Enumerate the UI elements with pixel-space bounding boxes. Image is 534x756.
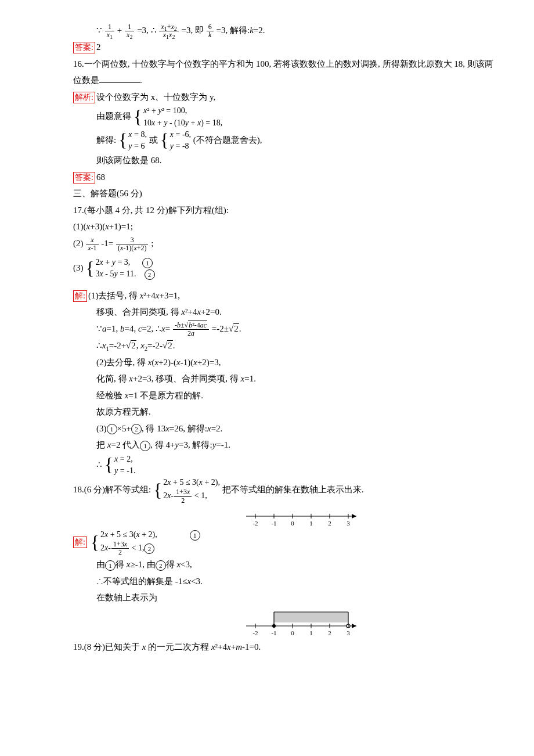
q17-solution: 解:(1)去括号, 得 x²+4x+3=1,	[73, 287, 498, 304]
text: ∵	[96, 26, 102, 35]
frac-x-over-xm1: xx-1	[86, 236, 98, 252]
text: +	[117, 26, 122, 35]
q17-p3: (3) { 2x + y = 3, 1 3x - 5y = 11. 2	[73, 257, 498, 280]
q17-number: 17.	[73, 206, 84, 215]
text: =3, 即	[182, 26, 204, 35]
sol1b: y = 6	[128, 141, 147, 152]
svg-text:0: 0	[291, 629, 294, 636]
svg-marker-1	[352, 514, 356, 519]
frac-rhs: 3(x-1)(x+2)	[116, 236, 148, 252]
circled-1-icon: 1	[107, 424, 117, 434]
quadratic-formula: -b±b²-4ac 2a	[173, 322, 209, 337]
sol1: { x = 8, y = 6	[118, 129, 147, 153]
text: =3, ∴	[137, 26, 156, 35]
s2b: 化简, 得 x+2=3, 移项、合并同类项, 得 x=1.	[73, 370, 498, 387]
circled-2-icon: 2	[131, 424, 142, 434]
ineq1: 2x + 5 ≤ 3(x + 2),	[163, 477, 220, 488]
ineq2-lbl: 2x-1+3x2 < 1,2	[100, 541, 200, 556]
svg-text:-2: -2	[252, 520, 258, 527]
s1b: 移项、合并同类项, 得 x²+4x+2=0.	[73, 304, 498, 321]
sqrt-icon: b²-4ac	[185, 322, 208, 329]
q16-analysis-row: 解析:设个位数字为 x、十位数字为 y,	[73, 89, 498, 106]
q19-number: 19.	[73, 642, 84, 651]
svg-marker-19	[352, 624, 356, 628]
circled-2-icon: 2	[145, 269, 155, 280]
q17-stem: 17.(每小题 4 分, 共 12 分)解下列方程(组):	[73, 202, 498, 219]
eq1: x² + y² = 100,	[143, 105, 222, 117]
ineq1-lbl: 2x + 5 ≤ 3(x + 2), 1	[100, 529, 200, 541]
q16-number: 16.	[73, 59, 84, 69]
frac-1-over-x1: 1x1	[105, 23, 114, 39]
eq-intro: 由题意得	[96, 111, 131, 121]
section3-heading: 三、解答题(56 分)	[73, 185, 498, 202]
q15-work: ∵ 1x1 + 1x2 =3, ∴ x1+x2x1x2 =3, 即 6k =3,…	[73, 22, 498, 39]
q18-s1: 由1得 x≥-1, 由2得 x<3,	[73, 556, 498, 573]
answer-label: 答案:	[73, 172, 95, 183]
q16-solutions: 解得: { x = 8, y = 6 或 { x = -6, y = -8 (不…	[73, 129, 498, 153]
eq2: 10x + y - (10y + x) = 18,	[143, 117, 222, 129]
q16-answer-row: 答案:68	[73, 169, 498, 186]
q18-post: 把不等式组的解集在数轴上表示出来.	[222, 485, 364, 494]
left-brace-icon: {	[104, 458, 113, 473]
q18-number: 18.	[73, 485, 84, 494]
period: .	[140, 75, 142, 85]
brace-lines: 2x + 5 ≤ 3(x + 2), 2x-1+3x2 < 1,	[163, 477, 220, 505]
analysis-label: 解析:	[73, 92, 95, 103]
q16-answer: 68	[96, 172, 105, 182]
s3b: 把 x=2 代入1, 得 4+y=3, 解得:y=-1.	[73, 437, 498, 453]
q16-conclusion: 则该两位数是 68.	[73, 152, 498, 169]
sol2b: y = -8	[170, 141, 191, 152]
sqrt-icon: 2	[126, 337, 136, 354]
final-system: { x = 2, y = -1.	[104, 453, 136, 477]
brace-lines: x = 2, y = -1.	[114, 453, 135, 477]
s2d: 故原方程无解.	[73, 404, 498, 420]
s3c1: x = 2,	[114, 453, 135, 465]
p2-label: (2)	[73, 239, 84, 248]
reject: (不符合题意舍去),	[193, 135, 262, 145]
q16-equations: 由题意得 { x² + y² = 100, 10x + y - (10y + x…	[73, 105, 498, 129]
ineq-system-labeled: { 2x + 5 ≤ 3(x + 2), 1 2x-1+3x2 < 1,2	[91, 529, 200, 557]
left-brace-icon: {	[91, 535, 99, 550]
svg-text:2: 2	[328, 520, 331, 527]
q16-analysis-intro: 设个位数字为 x、十位数字为 y,	[96, 92, 215, 102]
s1d: ∴x1=-2+2, x2=-2-2.	[73, 337, 498, 354]
q17-p1: (1)(x+3)(x+1)=1;	[73, 218, 498, 235]
q15-answer-row: 答案:2	[73, 39, 498, 56]
circled-1-icon: 1	[142, 258, 153, 268]
frac-sum-over-prod: x1+x2x1x2	[159, 23, 178, 39]
left-brace-icon: {	[153, 483, 162, 498]
solution-label: 解:	[73, 290, 87, 302]
p3-label: (3)	[73, 263, 84, 272]
s2a: (2)去分母, 得 x(x+2)-(x-1)(x+2)=3,	[73, 354, 498, 371]
brace-lines: x² + y² = 100, 10x + y - (10y + x) = 18,	[143, 105, 222, 129]
numberline-icon: -2 -1 0 1 2 3	[241, 507, 363, 527]
svg-rect-14	[274, 612, 348, 622]
s1a: (1)去括号, 得 x²+4x+3=1,	[88, 291, 180, 300]
q19-stem: 19.(8 分)已知关于 x 的一元二次方程 x²+4x+m-1=0.	[73, 639, 498, 656]
solution-label: 解:	[73, 537, 87, 548]
circled-2-icon: 2	[156, 560, 166, 571]
answer-blank	[99, 75, 140, 84]
q18-s2: ∴不等式组的解集是 -1≤x<3.	[73, 573, 498, 590]
svg-text:2: 2	[328, 629, 331, 636]
frac-1-over-x2: 1x2	[125, 23, 134, 39]
frac-ineq2: 1+3x2	[174, 488, 192, 504]
q19-text: (8 分)已知关于 x 的一元二次方程 x²+4x+m-1=0.	[84, 642, 261, 651]
svg-text:1: 1	[309, 520, 313, 527]
numberline-solution-icon: -2 -1 0 1 2 3	[241, 609, 363, 636]
brace-lines: x = 8, y = 6	[128, 129, 147, 153]
q16-stem: 16.一个两位数, 十位数字与个位数字的平方和为 100, 若将该数数位上的数对…	[73, 56, 498, 89]
s2c: 经检验 x=1 不是原方程的解.	[73, 387, 498, 404]
svg-text:0: 0	[291, 520, 294, 527]
s3c2: y = -1.	[114, 465, 135, 477]
sqrt-icon: 2	[229, 321, 239, 337]
q17-p2: (2) xx-1 -1= 3(x-1)(x+2) ;	[73, 235, 498, 252]
sqrt-icon: 2	[163, 337, 173, 354]
answer-label: 答案:	[73, 42, 95, 53]
q18-stem: 18.(6 分)解不等式组: { 2x + 5 ≤ 3(x + 2), 2x-1…	[73, 477, 498, 505]
s1c: ∵a=1, b=4, c=2, ∴x= -b±b²-4ac 2a =-2±2.	[73, 321, 498, 337]
p3-eq1: 2x + y = 3, 1	[96, 257, 155, 268]
mid: -1=	[101, 239, 113, 248]
q18-s3: 在数轴上表示为	[73, 589, 498, 606]
numberline-blank: -2 -1 0 1 2 3	[241, 507, 498, 527]
